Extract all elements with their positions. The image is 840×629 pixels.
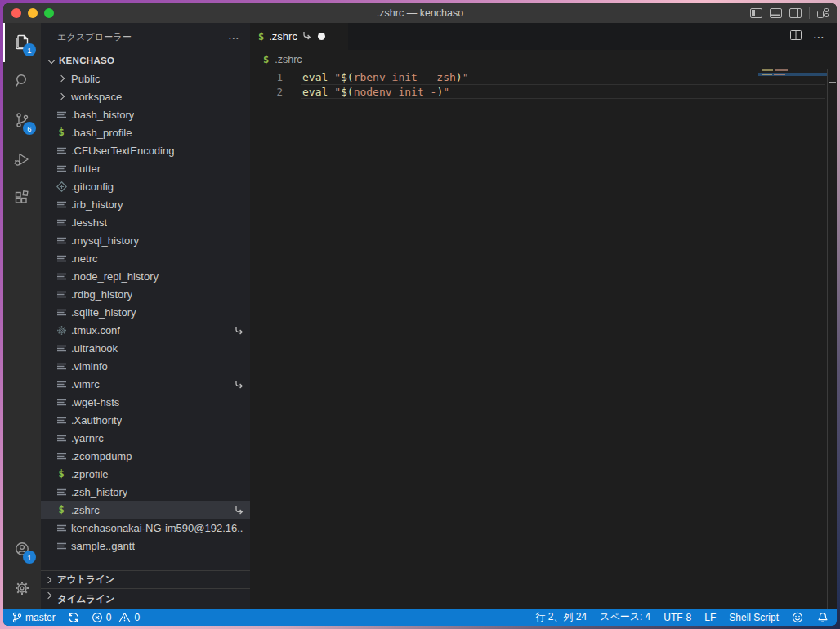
file-lines-icon [54, 253, 69, 264]
tree-file-vimrc[interactable]: .vimrc [41, 375, 250, 393]
editor-more-actions-icon[interactable]: ⋯ [813, 30, 825, 43]
tree-file-irb-history[interactable]: .irb_history [41, 195, 250, 213]
file-lines-icon [54, 307, 69, 318]
close-window-button[interactable] [11, 8, 21, 18]
git-diamond-icon [54, 181, 69, 192]
indent-indicator[interactable]: スペース: 4 [600, 610, 650, 624]
code-line-2[interactable]: 2eval "$(nodenv init -)" [250, 84, 837, 99]
tab-zshrc[interactable]: $ .zshrc [250, 23, 348, 50]
file-tree: Publicworkspace.bash_history$.bash_profi… [41, 69, 250, 570]
title-bar: .zshrc — kenchaso [3, 3, 837, 23]
activity-settings[interactable] [3, 569, 41, 609]
toggle-primary-sidebar-icon[interactable] [750, 8, 762, 18]
toggle-panel-icon[interactable] [770, 8, 782, 18]
sync-button[interactable] [68, 612, 79, 623]
editor-group: $ .zshrc ⋯ $ [250, 23, 837, 609]
split-editor-icon[interactable] [790, 30, 802, 42]
tree-file-cfusertextencoding[interactable]: .CFUserTextEncoding [41, 141, 250, 159]
symlink-arrow-icon [235, 506, 244, 515]
encoding-indicator[interactable]: UTF-8 [664, 612, 691, 623]
file-lines-icon [54, 235, 69, 246]
chevron-right-icon [45, 592, 51, 599]
debug-play-icon [12, 149, 32, 172]
tree-file-xauthority[interactable]: .Xauthority [41, 411, 250, 429]
activity-accounts[interactable]: 1 [3, 530, 41, 569]
tree-item-label: .bash_history [71, 109, 134, 121]
minimize-window-button[interactable] [28, 8, 38, 18]
feedback-button[interactable] [792, 612, 804, 623]
tree-file-sqlite-history[interactable]: .sqlite_history [41, 303, 250, 321]
overview-ruler[interactable] [827, 69, 837, 609]
section-outline[interactable]: アウトライン [41, 570, 250, 588]
activity-explorer[interactable]: 1 [3, 23, 41, 62]
error-count: 0 [106, 612, 112, 623]
source-control-badge: 6 [23, 122, 36, 135]
explorer-badge: 1 [23, 43, 36, 56]
modified-dot-icon[interactable] [318, 33, 325, 40]
tree-file-lesshst[interactable]: .lesshst [41, 213, 250, 231]
tree-item-label: .gitconfig [71, 181, 114, 193]
zoom-window-button[interactable] [44, 8, 54, 18]
dollar-icon: $ [258, 31, 264, 42]
tree-file-netrc[interactable]: .netrc [41, 249, 250, 267]
tree-file-rdbg-history[interactable]: .rdbg_history [41, 285, 250, 303]
tree-file-yarnrc[interactable]: .yarnrc [41, 429, 250, 447]
file-lines-icon [54, 397, 69, 408]
tree-item-label: .zshrc [71, 504, 100, 516]
tree-file-mysql-history[interactable]: .mysql_history [41, 231, 250, 249]
section-timeline-label: タイムライン [57, 593, 115, 605]
tree-file-flutter[interactable]: .flutter [41, 159, 250, 177]
tree-file-zprofile[interactable]: $.zprofile [41, 465, 250, 483]
code-line-1[interactable]: 1eval "$(rbenv init - zsh)" [250, 69, 837, 84]
tree-item-label: workspace [71, 91, 122, 103]
tree-file-viminfo[interactable]: .viminfo [41, 357, 250, 375]
code-area[interactable]: 1eval "$(rbenv init - zsh)"2eval "$(node… [250, 69, 837, 609]
accounts-badge: 1 [23, 551, 36, 564]
cursor-position[interactable]: 行 2、列 24 [535, 610, 587, 624]
language-mode[interactable]: Shell Script [729, 612, 779, 623]
eol-indicator[interactable]: LF [704, 612, 716, 623]
minimap[interactable] [758, 69, 827, 78]
branch-indicator[interactable]: master [11, 612, 56, 623]
notifications-button[interactable] [817, 612, 829, 623]
tab-bar: $ .zshrc ⋯ [250, 23, 837, 50]
breadcrumb[interactable]: $ .zshrc [250, 50, 837, 69]
toggle-secondary-sidebar-icon[interactable] [789, 8, 802, 18]
tree-item-label: .CFUserTextEncoding [71, 145, 174, 157]
activity-search[interactable] [3, 62, 41, 101]
tree-file-zsh-history[interactable]: .zsh_history [41, 483, 250, 501]
dollar-icon: $ [54, 468, 69, 480]
sidebar-header: エクスプローラー ⋯ [41, 23, 250, 51]
workspace-root-row[interactable]: KENCHASO [41, 51, 250, 69]
file-lines-icon [54, 415, 69, 426]
customize-layout-icon[interactable] [817, 8, 829, 18]
tree-file-wget-hsts[interactable]: .wget-hsts [41, 393, 250, 411]
tree-file-bash-history[interactable]: .bash_history [41, 105, 250, 123]
activity-run-debug[interactable] [3, 141, 41, 180]
file-lines-icon [54, 343, 69, 354]
tree-file-sample-gantt[interactable]: sample..gantt [41, 537, 250, 555]
tree-file-gitconfig[interactable]: .gitconfig [41, 177, 250, 195]
tree-file-kenchasonakai-ng-im590-192-16[interactable]: kenchasonakai-NG-im590@192.16... [41, 519, 250, 537]
sidebar-more-actions-icon[interactable]: ⋯ [228, 31, 240, 44]
tree-file-node-repl-history[interactable]: .node_repl_history [41, 267, 250, 285]
activity-source-control[interactable]: 6 [3, 101, 41, 141]
tree-item-label: .ultrahook [71, 342, 118, 355]
file-lines-icon [54, 523, 69, 533]
tree-file-tmux-conf[interactable]: .tmux.conf [41, 321, 250, 339]
tree-file-zcompdump[interactable]: .zcompdump [41, 447, 250, 465]
overview-cursor-mark [829, 82, 836, 83]
tree-folder-workspace[interactable]: workspace [41, 87, 250, 105]
tree-folder-public[interactable]: Public [41, 69, 250, 87]
tree-file-bash-profile[interactable]: $.bash_profile [41, 123, 250, 141]
problems-indicator[interactable]: 0 0 [92, 612, 140, 623]
status-bar: master 0 0 行 2、列 24 スペース: 4 UTF [3, 609, 837, 626]
tree-file-zshrc[interactable]: $.zshrc [41, 501, 250, 519]
section-timeline[interactable]: タイムライン [41, 588, 250, 609]
activity-extensions[interactable] [3, 180, 41, 219]
line-content: eval "$(rbenv init - zsh)" [302, 71, 469, 83]
dollar-icon: $ [54, 504, 69, 515]
titlebar-separator [809, 7, 810, 19]
dollar-icon: $ [263, 54, 269, 65]
tree-file-ultrahook[interactable]: .ultrahook [41, 339, 250, 357]
